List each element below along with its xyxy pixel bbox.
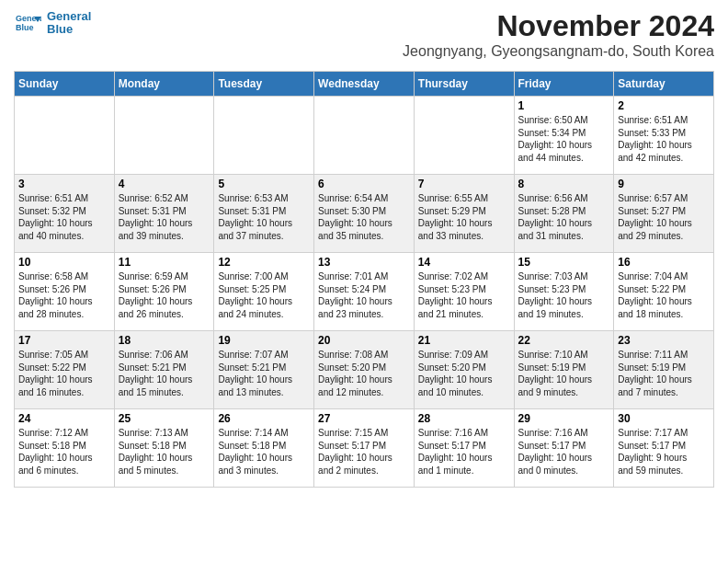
- day-info: Sunrise: 6:53 AM Sunset: 5:31 PM Dayligh…: [218, 192, 310, 242]
- day-info: Sunrise: 6:51 AM Sunset: 5:33 PM Dayligh…: [618, 114, 710, 164]
- day-info: Sunrise: 7:17 AM Sunset: 5:17 PM Dayligh…: [618, 427, 710, 477]
- day-number: 22: [518, 334, 610, 347]
- day-cell: 24Sunrise: 7:12 AM Sunset: 5:18 PM Dayli…: [15, 409, 115, 488]
- day-cell: [15, 97, 115, 175]
- day-cell: 6Sunrise: 6:54 AM Sunset: 5:30 PM Daylig…: [314, 175, 415, 253]
- day-info: Sunrise: 7:10 AM Sunset: 5:19 PM Dayligh…: [518, 349, 610, 398]
- day-cell: 2Sunrise: 6:51 AM Sunset: 5:33 PM Daylig…: [614, 97, 714, 175]
- day-info: Sunrise: 7:04 AM Sunset: 5:22 PM Dayligh…: [618, 270, 710, 320]
- day-number: 3: [18, 178, 110, 190]
- day-cell: 16Sunrise: 7:04 AM Sunset: 5:22 PM Dayli…: [614, 253, 714, 331]
- day-cell: 29Sunrise: 7:16 AM Sunset: 5:17 PM Dayli…: [514, 409, 614, 488]
- day-number: 10: [18, 256, 110, 269]
- day-number: 2: [618, 99, 710, 112]
- day-number: 14: [418, 256, 510, 269]
- week-row-4: 17Sunrise: 7:05 AM Sunset: 5:22 PM Dayli…: [15, 331, 714, 409]
- logo-text-line2: Blue: [47, 23, 91, 36]
- day-cell: 5Sunrise: 6:53 AM Sunset: 5:31 PM Daylig…: [214, 175, 314, 253]
- day-cell: 9Sunrise: 6:57 AM Sunset: 5:27 PM Daylig…: [614, 175, 714, 253]
- day-info: Sunrise: 6:54 AM Sunset: 5:30 PM Dayligh…: [318, 192, 410, 242]
- day-info: Sunrise: 6:59 AM Sunset: 5:26 PM Dayligh…: [119, 270, 210, 320]
- svg-text:Blue: Blue: [16, 23, 34, 32]
- week-row-5: 24Sunrise: 7:12 AM Sunset: 5:18 PM Dayli…: [15, 409, 714, 488]
- logo: General Blue General Blue: [14, 9, 91, 37]
- day-number: 4: [119, 178, 210, 190]
- day-cell: [214, 97, 314, 175]
- day-cell: 14Sunrise: 7:02 AM Sunset: 5:23 PM Dayli…: [414, 253, 514, 331]
- day-cell: 28Sunrise: 7:16 AM Sunset: 5:17 PM Dayli…: [414, 409, 514, 488]
- day-cell: 7Sunrise: 6:55 AM Sunset: 5:29 PM Daylig…: [414, 175, 514, 253]
- day-cell: 12Sunrise: 7:00 AM Sunset: 5:25 PM Dayli…: [214, 253, 314, 331]
- day-cell: 4Sunrise: 6:52 AM Sunset: 5:31 PM Daylig…: [114, 175, 214, 253]
- day-cell: 23Sunrise: 7:11 AM Sunset: 5:19 PM Dayli…: [614, 331, 714, 409]
- day-cell: 13Sunrise: 7:01 AM Sunset: 5:24 PM Dayli…: [314, 253, 415, 331]
- day-info: Sunrise: 7:00 AM Sunset: 5:25 PM Dayligh…: [218, 270, 310, 320]
- header-day-sunday: Sunday: [15, 72, 115, 97]
- day-info: Sunrise: 6:51 AM Sunset: 5:32 PM Dayligh…: [18, 192, 110, 242]
- title-section: November 2024 Jeongnyang, Gyeongsangnam-…: [403, 9, 714, 65]
- day-info: Sunrise: 7:16 AM Sunset: 5:17 PM Dayligh…: [418, 427, 510, 477]
- day-cell: 26Sunrise: 7:14 AM Sunset: 5:18 PM Dayli…: [214, 409, 314, 488]
- day-number: 11: [119, 256, 210, 269]
- day-number: 19: [218, 334, 310, 347]
- day-info: Sunrise: 6:58 AM Sunset: 5:26 PM Dayligh…: [18, 270, 110, 320]
- day-number: 6: [318, 178, 410, 190]
- day-info: Sunrise: 6:55 AM Sunset: 5:29 PM Dayligh…: [418, 192, 510, 242]
- day-cell: 1Sunrise: 6:50 AM Sunset: 5:34 PM Daylig…: [514, 97, 614, 175]
- week-row-2: 3Sunrise: 6:51 AM Sunset: 5:32 PM Daylig…: [15, 175, 714, 253]
- day-info: Sunrise: 7:16 AM Sunset: 5:17 PM Dayligh…: [518, 427, 610, 477]
- header-day-monday: Monday: [114, 72, 214, 97]
- logo-text-line1: General: [47, 10, 91, 23]
- day-info: Sunrise: 7:12 AM Sunset: 5:18 PM Dayligh…: [18, 427, 110, 477]
- day-info: Sunrise: 6:56 AM Sunset: 5:28 PM Dayligh…: [518, 192, 610, 242]
- day-cell: 22Sunrise: 7:10 AM Sunset: 5:19 PM Dayli…: [514, 331, 614, 409]
- day-cell: [314, 97, 415, 175]
- day-number: 16: [618, 256, 710, 269]
- day-cell: 30Sunrise: 7:17 AM Sunset: 5:17 PM Dayli…: [614, 409, 714, 488]
- day-number: 25: [119, 412, 210, 425]
- day-cell: 8Sunrise: 6:56 AM Sunset: 5:28 PM Daylig…: [514, 175, 614, 253]
- header-day-saturday: Saturday: [614, 72, 714, 97]
- day-cell: 11Sunrise: 6:59 AM Sunset: 5:26 PM Dayli…: [114, 253, 214, 331]
- day-number: 15: [518, 256, 610, 269]
- day-number: 24: [18, 412, 110, 425]
- day-info: Sunrise: 7:11 AM Sunset: 5:19 PM Dayligh…: [618, 349, 710, 398]
- day-info: Sunrise: 7:01 AM Sunset: 5:24 PM Dayligh…: [318, 270, 410, 320]
- week-row-1: 1Sunrise: 6:50 AM Sunset: 5:34 PM Daylig…: [15, 97, 714, 175]
- day-cell: 19Sunrise: 7:07 AM Sunset: 5:21 PM Dayli…: [214, 331, 314, 409]
- main-title: November 2024: [403, 9, 714, 43]
- subtitle: Jeongnyang, Gyeongsangnam-do, South Kore…: [403, 43, 714, 60]
- day-info: Sunrise: 7:09 AM Sunset: 5:20 PM Dayligh…: [418, 349, 510, 398]
- day-number: 1: [518, 99, 610, 112]
- day-info: Sunrise: 6:57 AM Sunset: 5:27 PM Dayligh…: [618, 192, 710, 242]
- day-number: 7: [418, 178, 510, 190]
- day-info: Sunrise: 7:06 AM Sunset: 5:21 PM Dayligh…: [119, 349, 210, 398]
- day-number: 17: [18, 334, 110, 347]
- day-cell: 25Sunrise: 7:13 AM Sunset: 5:18 PM Dayli…: [114, 409, 214, 488]
- day-cell: 27Sunrise: 7:15 AM Sunset: 5:17 PM Dayli…: [314, 409, 415, 488]
- day-info: Sunrise: 7:15 AM Sunset: 5:17 PM Dayligh…: [318, 427, 410, 477]
- day-info: Sunrise: 6:50 AM Sunset: 5:34 PM Dayligh…: [518, 114, 610, 164]
- logo-icon: General Blue: [14, 9, 41, 37]
- day-cell: 20Sunrise: 7:08 AM Sunset: 5:20 PM Dayli…: [314, 331, 415, 409]
- header-row: SundayMondayTuesdayWednesdayThursdayFrid…: [15, 72, 714, 97]
- day-number: 21: [418, 334, 510, 347]
- day-info: Sunrise: 7:03 AM Sunset: 5:23 PM Dayligh…: [518, 270, 610, 320]
- day-number: 13: [318, 256, 410, 269]
- day-number: 8: [518, 178, 610, 190]
- header-day-friday: Friday: [514, 72, 614, 97]
- header-day-tuesday: Tuesday: [214, 72, 314, 97]
- day-info: Sunrise: 6:52 AM Sunset: 5:31 PM Dayligh…: [119, 192, 210, 242]
- week-row-3: 10Sunrise: 6:58 AM Sunset: 5:26 PM Dayli…: [15, 253, 714, 331]
- day-number: 9: [618, 178, 710, 190]
- day-info: Sunrise: 7:02 AM Sunset: 5:23 PM Dayligh…: [418, 270, 510, 320]
- header-day-wednesday: Wednesday: [314, 72, 415, 97]
- day-cell: 15Sunrise: 7:03 AM Sunset: 5:23 PM Dayli…: [514, 253, 614, 331]
- day-number: 18: [119, 334, 210, 347]
- day-info: Sunrise: 7:13 AM Sunset: 5:18 PM Dayligh…: [119, 427, 210, 477]
- day-cell: 18Sunrise: 7:06 AM Sunset: 5:21 PM Dayli…: [114, 331, 214, 409]
- day-cell: 3Sunrise: 6:51 AM Sunset: 5:32 PM Daylig…: [15, 175, 115, 253]
- day-cell: 21Sunrise: 7:09 AM Sunset: 5:20 PM Dayli…: [414, 331, 514, 409]
- day-cell: [414, 97, 514, 175]
- day-number: 5: [218, 178, 310, 190]
